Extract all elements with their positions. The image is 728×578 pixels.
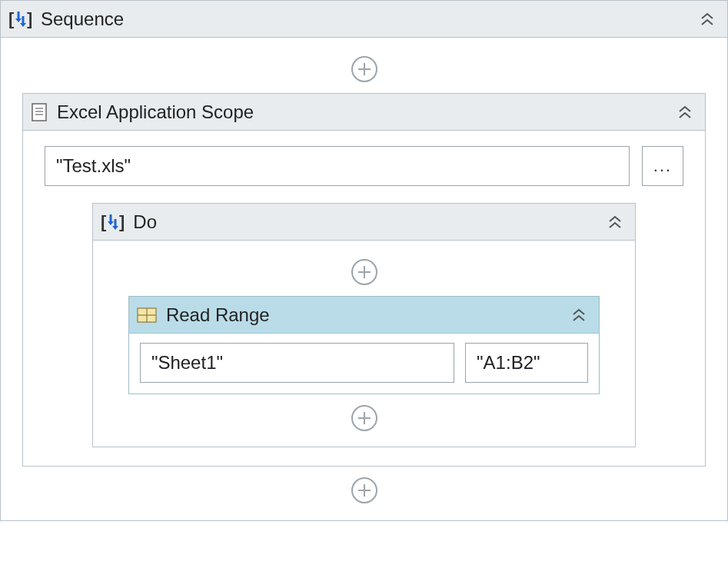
add-activity-button[interactable] [351,477,377,503]
excel-scope-header[interactable]: Excel Application Scope [23,94,705,131]
file-path-input[interactable] [45,146,630,186]
do-body: Read Range [93,241,634,447]
sequence-header[interactable]: [ ] Sequence [1,1,727,38]
sequence-activity: [ ] Sequence [0,0,728,521]
excel-scope-body: ... [ ] [23,131,705,466]
svg-text:[: [ [8,9,15,28]
excel-scope-title: Excel Application Scope [57,101,674,123]
sequence-icon: [ ] [101,211,124,234]
sequence-body: Excel Application Scope ... [1,38,727,520]
add-activity-button[interactable] [351,405,377,431]
table-icon [137,307,157,323]
cell-range-input[interactable] [465,343,588,383]
sequence-title: Sequence [41,8,696,30]
read-range-title: Read Range [166,304,568,326]
read-range-activity: Read Range [128,296,600,394]
add-activity-button[interactable] [351,259,377,285]
svg-text:[: [ [101,212,107,231]
excel-scope-activity: Excel Application Scope ... [22,93,706,467]
read-range-header[interactable]: Read Range [129,297,599,334]
browse-button[interactable]: ... [642,146,683,186]
read-range-body [129,334,599,394]
collapse-icon[interactable] [568,304,590,326]
sequence-icon: [ ] [8,8,32,31]
add-activity-button[interactable] [351,56,377,82]
svg-text:]: ] [119,212,124,231]
svg-text:]: ] [27,9,32,28]
do-header[interactable]: [ ] Do [93,204,634,241]
collapse-icon[interactable] [696,8,718,30]
document-icon [31,102,48,122]
file-row: ... [45,146,683,186]
collapse-icon[interactable] [604,211,626,233]
do-title: Do [133,211,603,233]
do-activity: [ ] Do [92,203,635,447]
svg-rect-2 [32,104,46,121]
collapse-icon[interactable] [674,101,696,123]
sheet-name-input[interactable] [140,343,454,383]
